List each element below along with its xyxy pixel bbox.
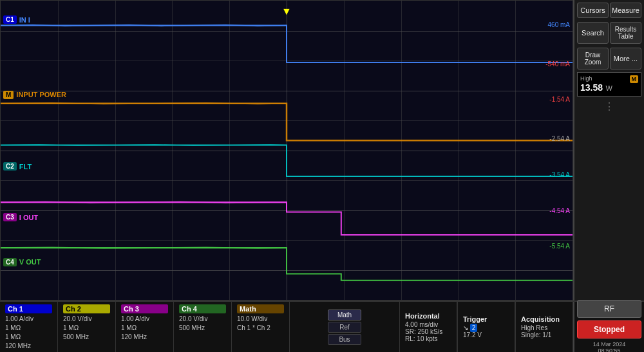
cursors-button[interactable]: Cursors [577, 3, 609, 18]
math-line1: 10.0 W/div [237, 315, 284, 324]
y-label-4: -3.54 A [549, 171, 570, 178]
ref-btn[interactable]: Ref [328, 322, 361, 333]
ch2-badge: C2 [3, 162, 17, 171]
horizontal-line3: RL: 10 kpts [405, 335, 451, 342]
ch2-line1: 20.0 V/div [63, 315, 110, 324]
ch1-label: C1 IN I [3, 15, 30, 24]
ch3-title: Ch 3 [121, 304, 168, 313]
ch1-badge: C1 [3, 15, 17, 24]
ch1-detail: 1.00 A/div 1 MΩ 1 MΩ 120 MHz [5, 315, 52, 351]
acquisition-info: Acquisition High Res Single: 1/1 [515, 302, 573, 352]
ch3-line2: 1 MΩ [121, 324, 168, 333]
mid-btn-row: Search ResultsTable [574, 19, 644, 45]
ch1-name: IN I [19, 16, 30, 24]
y-label-6: -5.54 A [549, 243, 570, 250]
ch1-info: Ch 1 1.00 A/div 1 MΩ 1 MΩ 120 MHz [0, 302, 58, 352]
ch1-line4: 120 MHz [5, 342, 52, 351]
acquisition-title: Acquisition [521, 315, 567, 323]
ch4-info: Ch 4 20.0 V/div 500 MHz [174, 302, 232, 352]
ch4-line1: 20.0 V/div [179, 315, 226, 324]
math-line2: Ch 1 * Ch 2 [237, 324, 284, 333]
ch4-detail: 20.0 V/div 500 MHz [179, 315, 226, 333]
ch1-line3: 1 MΩ [5, 333, 52, 342]
ch4-label: C4 V OUT [3, 258, 41, 266]
ch2-detail: 20.0 V/div 1 MΩ 500 MHz [63, 315, 110, 342]
meas-unit: W [606, 84, 612, 92]
y-label-0: 460 mA [548, 21, 570, 28]
trigger-value: 17.2 V [463, 331, 509, 338]
scope-screen: ▼ C1 IN I [0, 0, 573, 301]
m-badge: M [3, 91, 14, 99]
timestamp: 14 Mar 2024 08:50:55 [577, 341, 641, 352]
y-label-1: -540 mA [545, 60, 570, 67]
horizontal-line2: SR: 250 kS/s [405, 328, 451, 335]
ch3-badge: C3 [3, 213, 17, 221]
bottom-bar: Ch 1 1.00 A/div 1 MΩ 1 MΩ 120 MHz Ch 2 2… [0, 301, 644, 352]
m-name: INPUT POWER [16, 91, 66, 98]
search-button[interactable]: Search [577, 22, 609, 44]
ch3-detail: 1.00 A/div 1 MΩ 120 MHz [121, 315, 168, 342]
ch2-line4: 500 MHz [63, 333, 110, 342]
draw-zoom-button[interactable]: DrawZoom [577, 48, 609, 69]
horizontal-title: Horizontal [405, 312, 451, 320]
trigger-title: Trigger [463, 315, 509, 323]
measurement-box: M High 13.58 W [577, 72, 641, 97]
ch4-name: V OUT [19, 258, 41, 266]
ch1-line1: 1.00 A/div [5, 315, 52, 324]
trigger-info: Trigger ↘ 2 17.2 V [457, 302, 515, 352]
waveforms-svg [1, 1, 573, 300]
y-label-2: -1.54 A [549, 96, 570, 103]
math-btn[interactable]: Math [328, 310, 361, 320]
ch3-line1: 1.00 A/div [121, 315, 168, 324]
measure-button[interactable]: Measure [610, 3, 641, 18]
right-panel: Cursors Measure Search ResultsTable Draw… [573, 0, 644, 301]
ch2-line2: 1 MΩ [63, 324, 110, 333]
rf-button[interactable]: RF [577, 300, 641, 318]
ch3-label: C3 I OUT [3, 213, 38, 221]
bus-btn[interactable]: Bus [328, 334, 361, 345]
math-detail: 10.0 W/div Ch 1 * Ch 2 [237, 315, 284, 333]
trigger-marker: ▼ [281, 6, 292, 17]
horizontal-info: Horizontal 4.00 ms/div SR: 250 kS/s RL: … [399, 302, 457, 352]
ch2-name: FLT [19, 163, 32, 171]
ch1-line2: 1 MΩ [5, 324, 52, 333]
horizontal-line1: 4.00 ms/div [405, 321, 451, 328]
ch4-title: Ch 4 [179, 304, 226, 313]
acquisition-line1: High Res [521, 324, 567, 331]
m-label: M INPUT POWER [3, 91, 66, 99]
ch3-line4: 120 MHz [121, 333, 168, 342]
y-label-3: -2.54 A [549, 134, 570, 142]
center-bottom: Math Ref Bus [290, 302, 399, 352]
grid [1, 1, 573, 300]
ch2-info: Ch 2 20.0 V/div 1 MΩ 500 MHz [58, 302, 116, 352]
meas-value: 13.58 [580, 82, 603, 93]
ch4-badge: C4 [3, 258, 17, 266]
more-button[interactable]: More ... [610, 48, 641, 69]
results-table-button[interactable]: ResultsTable [610, 22, 641, 44]
lower-btn-row: DrawZoom More ... [574, 45, 644, 71]
m-badge-meas: M [630, 75, 639, 83]
trigger-arrow: ↘ [463, 324, 468, 331]
top-btn-row: Cursors Measure [574, 0, 644, 19]
ch3-info: Ch 3 1.00 A/div 1 MΩ 120 MHz [116, 302, 174, 352]
ch2-title: Ch 2 [63, 304, 110, 313]
right-bottom: RF Stopped 14 Mar 2024 08:50:55 [573, 302, 644, 352]
ch4-line4: 500 MHz [179, 324, 226, 333]
math-ref-bus: Math Ref Bus [328, 310, 361, 345]
math-title: Math [237, 304, 284, 313]
ch3-name: I OUT [19, 214, 38, 221]
ch1-title: Ch 1 [5, 304, 52, 313]
ch2-label: C2 FLT [3, 162, 32, 171]
stopped-button[interactable]: Stopped [577, 320, 641, 338]
dots-icon: ⋮ [574, 98, 644, 301]
y-label-5: -4.54 A [549, 207, 570, 214]
main-area: ▼ C1 IN I [0, 0, 644, 301]
math-info: Math 10.0 W/div Ch 1 * Ch 2 [232, 302, 290, 352]
acquisition-line2: Single: 1/1 [521, 331, 567, 338]
